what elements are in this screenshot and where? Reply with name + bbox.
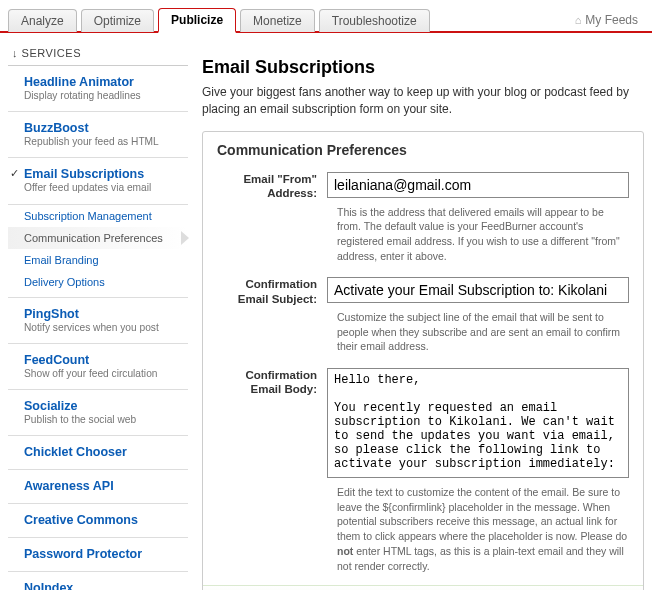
svc-desc: Show off your feed circulation <box>24 368 184 380</box>
sidebar-item-buzzboost[interactable]: BuzzBoost Republish your feed as HTML <box>8 112 188 158</box>
sidebar-sub-communication-preferences[interactable]: Communication Preferences <box>8 227 188 249</box>
sidebar-item-socialize[interactable]: Socialize Publish to the social web <box>8 390 188 436</box>
from-address-label: Email "From" Address: <box>217 172 327 201</box>
from-address-help: This is the address that delivered email… <box>203 201 643 270</box>
svc-title: BuzzBoost <box>24 121 184 136</box>
svc-title: FeedCount <box>24 353 184 368</box>
confirmation-subject-help: Customize the subject line of the email … <box>203 306 643 360</box>
sidebar-item-noindex[interactable]: NoIndex <box>8 572 188 590</box>
svc-title: Awareness API <box>24 479 184 494</box>
svc-title: Password Protector <box>24 547 184 562</box>
svc-desc: Display rotating headlines <box>24 90 184 102</box>
confirmation-body-label: Confirmation Email Body: <box>217 368 327 481</box>
svc-desc: Notify services when you post <box>24 322 184 334</box>
confirmation-subject-input[interactable] <box>327 277 629 303</box>
main-content: Email Subscriptions Give your biggest fa… <box>188 33 652 590</box>
sidebar-item-password-protector[interactable]: Password Protector <box>8 538 188 572</box>
from-address-input[interactable] <box>327 172 629 198</box>
svc-title: PingShot <box>24 307 184 322</box>
page-intro: Give your biggest fans another way to ke… <box>202 84 644 119</box>
my-feeds-label: My Feeds <box>585 13 638 27</box>
svc-title: Headline Animator <box>24 75 184 90</box>
sidebar-sub-subscription-management[interactable]: Subscription Management <box>8 205 188 227</box>
confirmation-subject-label: Confirmation Email Subject: <box>217 277 327 306</box>
svc-desc: Republish your feed as HTML <box>24 136 184 148</box>
tab-publicize[interactable]: Publicize <box>158 8 236 33</box>
tab-optimize[interactable]: Optimize <box>81 9 154 32</box>
sidebar-item-creative-commons[interactable]: Creative Commons <box>8 504 188 538</box>
sidebar-item-feedcount[interactable]: FeedCount Show off your feed circulation <box>8 344 188 390</box>
confirmation-body-help: Edit the text to customize the content o… <box>203 481 643 579</box>
svc-title: Chicklet Chooser <box>24 445 184 460</box>
communication-preferences-panel: Communication Preferences Email "From" A… <box>202 131 644 590</box>
sidebar-item-chicklet-chooser[interactable]: Chicklet Chooser <box>8 436 188 470</box>
tab-analyze[interactable]: Analyze <box>8 9 77 32</box>
confirmation-body-textarea[interactable] <box>327 368 629 478</box>
tab-bar: Analyze Optimize Publicize Monetize Trou… <box>0 0 652 33</box>
panel-heading: Communication Preferences <box>203 132 643 164</box>
sidebar-item-headline-animator[interactable]: Headline Animator Display rotating headl… <box>8 66 188 112</box>
sidebar-item-email-subscriptions[interactable]: Email Subscriptions Offer feed updates v… <box>8 158 188 204</box>
sidebar-item-awareness-api[interactable]: Awareness API <box>8 470 188 504</box>
sidebar-item-pingshot[interactable]: PingShot Notify services when you post <box>8 298 188 344</box>
svc-title: Socialize <box>24 399 184 414</box>
tab-monetize[interactable]: Monetize <box>240 9 315 32</box>
svc-title: Creative Commons <box>24 513 184 528</box>
page-title: Email Subscriptions <box>202 57 644 78</box>
my-feeds-link[interactable]: ⌂ My Feeds <box>575 9 644 31</box>
save-bar: Save This service is active Deactivate <box>203 585 643 590</box>
sidebar-sub-delivery-options[interactable]: Delivery Options <box>8 271 188 293</box>
sidebar-sub-email-branding[interactable]: Email Branding <box>8 249 188 271</box>
svc-desc: Publish to the social web <box>24 414 184 426</box>
services-sidebar: ↓ SERVICES Headline Animator Display rot… <box>0 33 188 590</box>
tab-troubleshootize[interactable]: Troubleshootize <box>319 9 430 32</box>
svc-title: Email Subscriptions <box>24 167 184 182</box>
svc-title: NoIndex <box>24 581 184 590</box>
svc-desc: Offer feed updates via email <box>24 182 184 194</box>
services-header: ↓ SERVICES <box>8 45 188 66</box>
home-icon: ⌂ <box>575 14 582 26</box>
